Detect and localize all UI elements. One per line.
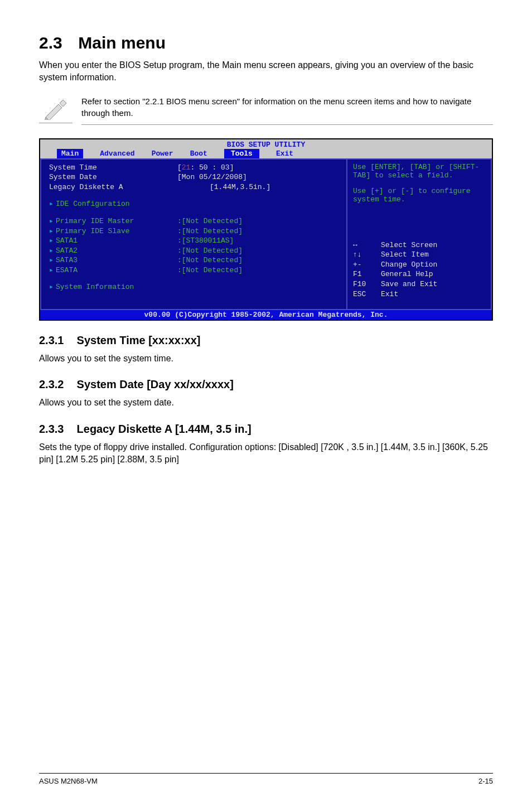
arrow-icon: ▸ bbox=[49, 255, 56, 265]
arrow-icon: ▸ bbox=[49, 236, 56, 246]
sub2-number: 2.3.2 bbox=[39, 378, 74, 391]
key-lr-icon: ↔ bbox=[353, 240, 381, 250]
bios-row-legacy: Legacy Diskette A [1.44M,3.5in.] bbox=[49, 182, 341, 192]
value-sata2: :[Not Detected] bbox=[177, 246, 243, 256]
subsection-heading-1: 2.3.1 System Time [xx:xx:xx] bbox=[39, 334, 493, 347]
label-system-time: System Time bbox=[49, 163, 177, 173]
label-pis: Primary IDE Slave bbox=[56, 227, 130, 235]
nav-exit: Exit bbox=[381, 289, 398, 299]
nav-select-screen: Select Screen bbox=[381, 240, 437, 250]
bios-menu-tools: Tools bbox=[224, 149, 259, 158]
arrow-icon: ▸ bbox=[49, 216, 56, 226]
arrow-icon: ▸ bbox=[49, 282, 56, 292]
bios-menu-bar: Main Advanced Power Boot Tools Exit bbox=[40, 149, 492, 158]
label-ide-config: IDE Configuration bbox=[56, 199, 130, 209]
section-title-text: Main menu bbox=[78, 33, 166, 52]
bios-row-sysinfo: ▸ System Information bbox=[49, 282, 341, 292]
help-text-2: Use [+] or [-] to configure system time. bbox=[353, 187, 485, 204]
arrow-icon: ▸ bbox=[49, 226, 56, 236]
page-footer: ASUS M2N68-VM 2-15 bbox=[39, 773, 493, 785]
sub2-text: Allows you to set the system date. bbox=[39, 397, 493, 409]
sub1-title: System Time [xx:xx:xx] bbox=[77, 334, 201, 346]
bios-body: System Time [21: 50 : 03] System Date [M… bbox=[40, 158, 492, 310]
bios-menu-power: Power bbox=[152, 149, 173, 158]
nav-select-item: Select Item bbox=[381, 250, 429, 260]
sub2-title: System Date [Day xx/xx/xxxx] bbox=[77, 378, 234, 390]
bios-menu-exit: Exit bbox=[276, 149, 293, 158]
section-heading: 2.3 Main menu bbox=[39, 33, 493, 52]
footer-left: ASUS M2N68-VM bbox=[39, 777, 98, 785]
note-box: Refer to section "2.2.1 BIOS menu screen… bbox=[39, 95, 493, 125]
sub3-title: Legacy Diskette A [1.44M, 3.5 in.] bbox=[77, 423, 252, 435]
help-text-1: Use [ENTER], [TAB] or [SHIFT-TAB] to sel… bbox=[353, 163, 485, 180]
label-pim: Primary IDE Master bbox=[56, 217, 134, 225]
value-esata: :[Not Detected] bbox=[177, 265, 243, 276]
nav-change-option: Change Option bbox=[381, 260, 437, 270]
bios-title: BIOS SETUP UTILITY bbox=[40, 139, 492, 149]
bios-screenshot: BIOS SETUP UTILITY Main Advanced Power B… bbox=[39, 138, 493, 321]
sub1-number: 2.3.1 bbox=[39, 334, 74, 347]
key-esc: ESC bbox=[353, 289, 381, 299]
section-number: 2.3 bbox=[39, 33, 74, 52]
value-legacy: [1.44M,3.5in.] bbox=[177, 182, 270, 192]
key-pm-icon: +- bbox=[353, 260, 381, 270]
nav-save-exit: Save and Exit bbox=[381, 279, 437, 289]
sub1-text: Allows you to set the system time. bbox=[39, 352, 493, 365]
note-text: Refer to section "2.2.1 BIOS menu screen… bbox=[81, 95, 493, 125]
arrow-icon: ▸ bbox=[49, 265, 56, 276]
bios-row-sata3: ▸SATA3 :[Not Detected] bbox=[49, 255, 341, 265]
subsection-heading-3: 2.3.3 Legacy Diskette A [1.44M, 3.5 in.] bbox=[39, 423, 493, 436]
value-pis: :[Not Detected] bbox=[177, 226, 243, 236]
bios-row-sata2: ▸SATA2 :[Not Detected] bbox=[49, 246, 341, 256]
label-esata: ESATA bbox=[56, 266, 78, 274]
label-system-date: System Date bbox=[49, 172, 177, 182]
bios-row-sata1: ▸SATA1 :[ST380011AS] bbox=[49, 236, 341, 246]
arrow-icon: ▸ bbox=[49, 199, 56, 209]
bios-row-system-time: System Time [21: 50 : 03] bbox=[49, 163, 341, 173]
arrow-icon: ▸ bbox=[49, 246, 56, 256]
value-pim: :[Not Detected] bbox=[177, 216, 243, 226]
value-system-time: [21: 50 : 03] bbox=[177, 163, 234, 173]
label-sata2: SATA2 bbox=[56, 247, 78, 255]
bios-row-ide-config: ▸ IDE Configuration bbox=[49, 199, 341, 209]
bios-row-pis: ▸Primary IDE Slave :[Not Detected] bbox=[49, 226, 341, 236]
key-f10: F10 bbox=[353, 279, 381, 289]
bios-menu-advanced: Advanced bbox=[100, 149, 134, 158]
bios-menu-boot: Boot bbox=[190, 149, 207, 158]
subsection-heading-2: 2.3.2 System Date [Day xx/xx/xxxx] bbox=[39, 378, 493, 391]
bios-row-esata: ▸ESATA :[Not Detected] bbox=[49, 265, 341, 276]
bios-copyright: v00.00 (C)Copyright 1985-2002, American … bbox=[40, 310, 492, 320]
key-ud-icon: ↑↓ bbox=[353, 250, 381, 260]
bios-help-pane: Use [ENTER], [TAB] or [SHIFT-TAB] to sel… bbox=[347, 158, 492, 310]
nav-general-help: General Help bbox=[381, 269, 433, 279]
label-sata1: SATA1 bbox=[56, 236, 78, 245]
sub3-text: Sets the type of floppy drive installed.… bbox=[39, 441, 493, 466]
section-intro: When you enter the BIOS Setup program, t… bbox=[39, 59, 493, 84]
sub3-number: 2.3.3 bbox=[39, 423, 74, 436]
label-sata3: SATA3 bbox=[56, 256, 78, 264]
bios-nav-help: ↔Select Screen ↑↓Select Item +-Change Op… bbox=[353, 240, 485, 299]
value-sata1: :[ST380011AS] bbox=[177, 236, 234, 246]
bios-left-pane: System Time [21: 50 : 03] System Date [M… bbox=[40, 158, 347, 310]
key-f1: F1 bbox=[353, 269, 381, 279]
bios-row-pim: ▸Primary IDE Master :[Not Detected] bbox=[49, 216, 341, 226]
bios-menu-main: Main bbox=[57, 149, 83, 158]
pencil-icon bbox=[39, 95, 72, 123]
footer-right: 2-15 bbox=[478, 777, 493, 785]
label-sysinfo: System Information bbox=[56, 282, 134, 292]
value-system-date: [Mon 05/12/2008] bbox=[177, 172, 247, 182]
bios-row-system-date: System Date [Mon 05/12/2008] bbox=[49, 172, 341, 182]
value-sata3: :[Not Detected] bbox=[177, 255, 243, 265]
label-legacy: Legacy Diskette A bbox=[49, 182, 177, 192]
